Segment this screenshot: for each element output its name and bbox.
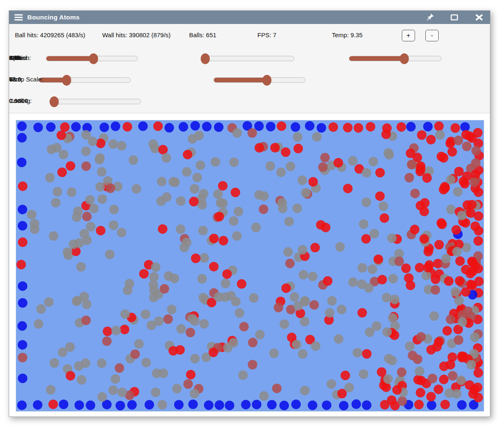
atom-ball	[397, 367, 406, 377]
atom-ball	[76, 262, 86, 272]
size-slider[interactable]	[39, 77, 131, 83]
atom-ball	[109, 205, 119, 214]
atom-ball	[280, 319, 289, 329]
atom-ball	[111, 326, 121, 335]
atom-ball	[454, 136, 463, 145]
atom-ball	[298, 175, 307, 185]
speed-slider[interactable]	[46, 56, 138, 61]
atom-ball	[115, 363, 124, 373]
atom-ball	[298, 349, 307, 359]
temp-scale-slider-thumb[interactable]	[262, 75, 271, 86]
atom-ball	[149, 280, 158, 290]
atom-ball	[186, 370, 196, 379]
friction-slider-thumb[interactable]	[201, 53, 210, 64]
cooling-slider[interactable]	[49, 99, 141, 104]
atom-ball	[426, 135, 436, 144]
atom-ball	[229, 216, 238, 226]
atom-ball	[187, 314, 197, 323]
atom-ball	[291, 400, 301, 409]
pin-icon[interactable]	[426, 13, 434, 22]
atom-ball	[66, 371, 75, 381]
atom-ball	[270, 143, 280, 153]
atom-ball	[452, 389, 461, 399]
atom-ball	[218, 236, 228, 245]
atom-ball	[215, 212, 224, 221]
atom-ball	[97, 359, 106, 368]
atom-ball	[18, 205, 27, 214]
atom-ball	[266, 122, 276, 132]
atom-ball	[374, 254, 383, 264]
atom-ball	[97, 167, 106, 177]
atom-ball	[129, 155, 138, 165]
atom-ball	[51, 198, 60, 207]
atom-ball	[182, 167, 192, 177]
atom-ball	[81, 358, 90, 368]
atom-ball	[122, 122, 132, 132]
atom-ball	[416, 332, 426, 342]
atom-ball	[434, 122, 444, 131]
atom-ball	[312, 132, 322, 141]
decrease-button[interactable]: -	[425, 30, 439, 41]
atom-ball	[17, 260, 26, 269]
atom-ball	[221, 279, 230, 288]
atom-ball	[299, 270, 308, 280]
atom-ball	[106, 184, 115, 193]
atom-ball	[451, 123, 460, 133]
atom-ball	[379, 213, 389, 223]
atom-ball	[410, 225, 420, 234]
atom-ball	[430, 311, 439, 321]
atoms-canvas[interactable]	[16, 120, 484, 411]
friction-slider[interactable]	[201, 56, 294, 61]
atom-ball	[277, 198, 287, 208]
atom-ball	[18, 221, 27, 230]
speed-slider-fill	[46, 56, 94, 61]
increase-button[interactable]: +	[402, 30, 415, 41]
atom-ball	[102, 336, 112, 346]
atom-ball	[89, 204, 99, 213]
atom-ball	[230, 188, 240, 197]
temp-scale-slider[interactable]	[214, 77, 305, 83]
atom-ball	[427, 400, 437, 410]
atom-ball	[120, 325, 130, 334]
close-icon[interactable]	[475, 13, 483, 22]
atom-ball	[138, 122, 148, 131]
atom-ball	[388, 313, 398, 323]
atom-ball	[204, 400, 214, 410]
atom-ball	[18, 182, 27, 191]
speed-slider-thumb[interactable]	[89, 53, 98, 64]
atom-ball	[180, 243, 189, 252]
atom-ball	[300, 386, 310, 395]
atom-ball	[164, 271, 173, 281]
atom-ball	[416, 388, 425, 397]
atom-ball	[58, 168, 67, 177]
atom-ball	[213, 189, 223, 199]
atom-ball	[410, 189, 420, 198]
atom-ball	[415, 263, 425, 273]
atom-ball	[36, 304, 46, 314]
hamburger-menu-icon[interactable]	[14, 14, 23, 21]
atom-ball	[149, 293, 158, 302]
atom-ball	[424, 247, 433, 256]
atom-ball	[437, 152, 446, 161]
atom-ball	[255, 330, 265, 340]
balls-slider[interactable]	[349, 56, 442, 61]
atom-ball	[59, 400, 68, 409]
maximize-icon[interactable]	[450, 13, 458, 22]
atom-ball	[467, 200, 477, 209]
atom-ball	[108, 386, 118, 395]
atom-ball	[448, 371, 457, 381]
cooling-slider-thumb[interactable]	[50, 96, 59, 107]
atom-ball	[327, 296, 337, 306]
atom-ball	[189, 197, 199, 206]
atom-ball	[473, 368, 483, 378]
size-slider-thumb[interactable]	[62, 75, 71, 86]
atom-ball	[211, 157, 220, 167]
titlebar[interactable]: Bouncing Atoms	[9, 11, 490, 24]
atom-ball	[254, 121, 264, 131]
balls-slider-thumb[interactable]	[400, 53, 409, 64]
atom-ball	[372, 321, 382, 331]
atom-ball	[103, 327, 112, 336]
atom-ball	[415, 366, 424, 376]
atom-ball	[446, 360, 455, 369]
atom-ball	[96, 226, 106, 235]
